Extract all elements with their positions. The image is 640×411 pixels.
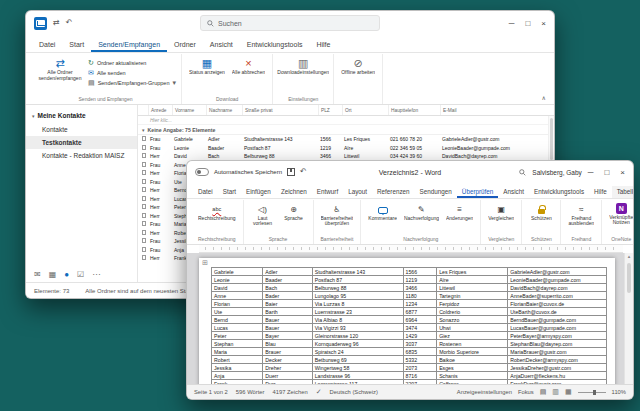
maximize-button[interactable]: □ bbox=[604, 168, 609, 177]
spelling-button[interactable]: abc Rechtschreibung bbox=[196, 202, 238, 222]
page-indicator[interactable]: Seite 1 von 2 bbox=[194, 389, 228, 395]
cell-zip[interactable]: 3474 bbox=[403, 324, 437, 332]
cell-firstname[interactable]: Lucas bbox=[212, 324, 263, 332]
read-aloud-button[interactable]: ◁) Laut vorlesen bbox=[249, 202, 277, 228]
language-button[interactable]: ⊕ Sprache bbox=[280, 202, 308, 222]
cell-lastname[interactable]: Bauer bbox=[263, 324, 312, 332]
save-icon[interactable] bbox=[287, 168, 295, 176]
cell-city[interactable]: Giez bbox=[437, 332, 508, 340]
linked-notes-button[interactable]: N Verknüpfte Notizen bbox=[607, 202, 634, 227]
column-header[interactable]: Nachname bbox=[206, 105, 242, 115]
sidebar-item-kontakte-redaktion[interactable]: Kontakte - Redaktion MAISZ bbox=[26, 149, 137, 162]
cell-email[interactable]: LeonieBaader@gumpade.com bbox=[508, 276, 607, 284]
column-header[interactable]: PLZ bbox=[318, 105, 342, 115]
show-progress-button[interactable]: ▦ Status anzeigen bbox=[187, 56, 227, 77]
read-mode-icon[interactable]: ▤ bbox=[540, 388, 547, 396]
cell-firstname[interactable]: Anne bbox=[212, 292, 263, 300]
cell-city[interactable]: Uhwi bbox=[437, 324, 508, 332]
cell-city[interactable]: Schanis bbox=[437, 372, 508, 380]
tab-senden-empfangen[interactable]: Senden/Empfangen bbox=[91, 38, 167, 52]
tab-entwurf[interactable]: Entwurf bbox=[312, 186, 343, 198]
scrollbar-thumb[interactable] bbox=[550, 118, 553, 160]
contact-row[interactable]: Frau Leonie Baader Postfach 87 1219 Aïre… bbox=[138, 144, 554, 153]
cell-firstname[interactable]: Ute bbox=[212, 308, 263, 316]
cell-email[interactable]: RobertDecker@armyspy.com bbox=[508, 356, 607, 364]
cell-street[interactable]: Luernstrasse 23 bbox=[312, 308, 403, 316]
table-select-handle[interactable]: ⊞ bbox=[202, 259, 208, 267]
cell-city[interactable]: Littewil bbox=[437, 284, 508, 292]
cell-firstname[interactable]: Anja bbox=[212, 372, 263, 380]
cell-email[interactable]: UteBarth@cuvox.de bbox=[508, 308, 607, 316]
tab-zeichnen[interactable]: Zeichnen bbox=[276, 186, 312, 198]
cell-zip[interactable]: 1219 bbox=[403, 276, 437, 284]
cell-lastname[interactable]: Bach bbox=[263, 284, 312, 292]
cell-lastname[interactable]: Duerr bbox=[263, 372, 312, 380]
column-header[interactable] bbox=[138, 105, 148, 115]
cell-lastname[interactable]: Brauer bbox=[263, 348, 312, 356]
cell-street[interactable]: Via Luzzas 8 bbox=[312, 300, 403, 308]
cell-lastname[interactable]: Bader bbox=[263, 292, 312, 300]
cell-zip[interactable]: 1429 bbox=[403, 332, 437, 340]
accessibility-button[interactable]: ♿ Barrierefreiheit überprüfen bbox=[319, 202, 356, 228]
tab-hilfe[interactable]: Hilfe bbox=[589, 186, 612, 198]
cell-zip[interactable]: 1180 bbox=[403, 292, 437, 300]
scroll-up-icon[interactable]: ▴ bbox=[628, 253, 631, 259]
tab-ueberpruefen[interactable]: Überprüfen bbox=[457, 186, 499, 198]
cell-firstname[interactable]: Gabriele bbox=[212, 268, 263, 276]
cell-email[interactable]: AnneBader@superrito.com bbox=[508, 292, 607, 300]
cell-city[interactable]: Aïre bbox=[437, 276, 508, 284]
autosave-toggle[interactable] bbox=[195, 168, 209, 176]
cell-zip[interactable]: 3466 bbox=[403, 284, 437, 292]
cell-city[interactable]: Rostenen bbox=[437, 340, 508, 348]
tracking-button[interactable]: ✎ Nachverfolgung bbox=[402, 202, 441, 222]
cell-firstname[interactable]: Robert bbox=[212, 356, 263, 364]
cell-firstname[interactable]: David bbox=[212, 284, 263, 292]
column-header[interactable]: Haupttelefon bbox=[388, 105, 440, 115]
cell-email[interactable]: GabrieleAdler@gustr.com bbox=[508, 268, 607, 276]
tab-entwicklungstools[interactable]: Entwicklungstools bbox=[240, 38, 310, 52]
cell-firstname[interactable]: Peter bbox=[212, 332, 263, 340]
document-scrollbar[interactable]: ▴ bbox=[624, 253, 633, 384]
close-button[interactable]: × bbox=[541, 19, 546, 28]
send-receive-all-button[interactable]: ⇄ Alle Ordner senden/empfangen bbox=[35, 56, 85, 82]
cancel-all-button[interactable]: × Alle abbrechen bbox=[230, 56, 267, 77]
send-receive-groups-button[interactable]: ▤ Senden/Empfangen-Gruppen ▾ bbox=[88, 79, 176, 86]
tab-start[interactable]: Start bbox=[218, 186, 241, 198]
cell-firstname[interactable]: Maria bbox=[212, 348, 263, 356]
cell-firstname[interactable]: Florian bbox=[212, 300, 263, 308]
cell-email[interactable]: StephanBlau@dayrep.com bbox=[508, 340, 607, 348]
tab-entwicklungstools[interactable]: Entwicklungstools bbox=[529, 186, 589, 198]
cell-zip[interactable]: 6835 bbox=[403, 348, 437, 356]
cell-zip[interactable]: 6964 bbox=[403, 316, 437, 324]
word-count[interactable]: 596 Wörter bbox=[236, 389, 265, 395]
sidebar-item-kontakte[interactable]: Kontakte bbox=[26, 123, 137, 136]
quick-undo-icon[interactable]: ↶ bbox=[66, 19, 73, 27]
document-page[interactable]: ⊞ Gabriele Adler Studhalterstrasse 143 bbox=[199, 258, 615, 384]
cell-street[interactable]: Belburweg 88 bbox=[312, 284, 403, 292]
print-layout-icon[interactable]: ▥ bbox=[552, 388, 559, 396]
cell-city[interactable]: Ferpidoz bbox=[437, 300, 508, 308]
column-header[interactable]: Anrede bbox=[148, 105, 172, 115]
tab-ansicht[interactable]: Ansicht bbox=[498, 186, 529, 198]
cell-zip[interactable]: 2073 bbox=[403, 364, 437, 372]
undo-icon[interactable]: ↶ bbox=[300, 168, 307, 176]
web-layout-icon[interactable]: ▦ bbox=[565, 388, 572, 396]
cell-zip[interactable]: 3037 bbox=[403, 340, 437, 348]
changes-button[interactable]: ≡ Änderungen bbox=[444, 202, 475, 222]
cell-street[interactable]: Gleinorstrasse 120 bbox=[312, 332, 403, 340]
tab-ordner[interactable]: Ordner bbox=[167, 38, 203, 52]
cell-city[interactable]: Esges bbox=[437, 364, 508, 372]
tab-layout[interactable]: Layout bbox=[343, 186, 372, 198]
cell-zip[interactable]: 6877 bbox=[403, 308, 437, 316]
cell-zip[interactable]: 1566 bbox=[403, 268, 437, 276]
people-nav-icon[interactable]: ● bbox=[64, 270, 69, 279]
cell-lastname[interactable]: Decker bbox=[263, 356, 312, 364]
cell-lastname[interactable]: Dreher bbox=[263, 364, 312, 372]
cell-city[interactable]: Sonazzo bbox=[437, 316, 508, 324]
cell-email[interactable]: PeterBayer@armyspy.com bbox=[508, 332, 607, 340]
zoom-level[interactable]: 110% bbox=[612, 389, 626, 395]
cell-street[interactable]: Wingertweg 58 bbox=[312, 364, 403, 372]
minimize-button[interactable]: ─ bbox=[588, 168, 594, 177]
more-nav-icon[interactable]: ⋯ bbox=[92, 270, 100, 279]
cell-firstname[interactable]: Stephan bbox=[212, 340, 263, 348]
